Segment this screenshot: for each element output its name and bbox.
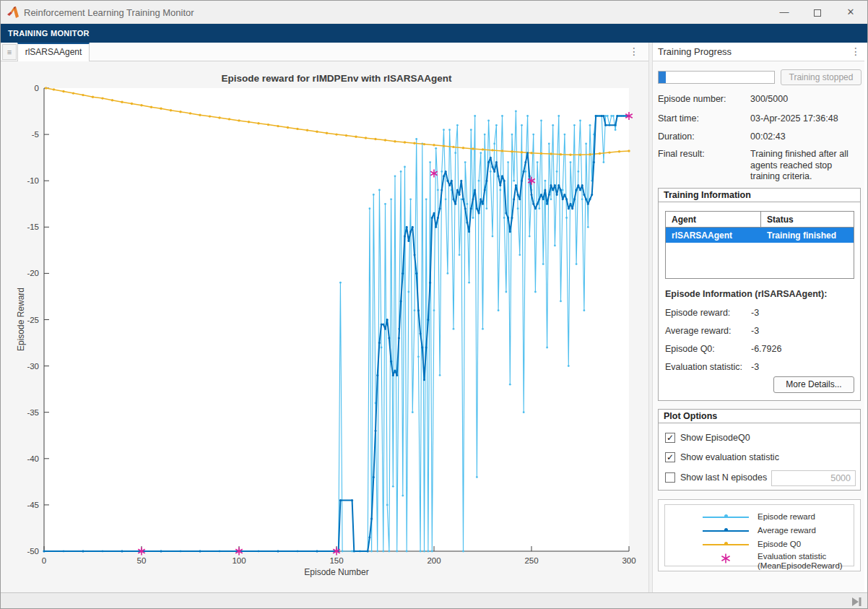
status-column-header: Status	[761, 212, 854, 227]
svg-text:-10: -10	[27, 176, 39, 185]
agent-status-table[interactable]: Agent Status rlSARSAAgent Training finis…	[665, 211, 854, 279]
training-information-title: Training Information	[659, 189, 860, 202]
average-reward-marker	[724, 528, 728, 532]
svg-text:-20: -20	[27, 269, 39, 277]
legend-label: Episode Q0	[758, 540, 801, 549]
training-chart[interactable]: 0-5-10-15-20-25-30-35-40-45-500501001502…	[1, 61, 648, 592]
window-title: Reinforcement Learning Training Monitor	[24, 7, 194, 18]
skip-to-end-icon[interactable]	[851, 597, 862, 607]
status-cell: Training finished	[761, 228, 854, 243]
training-progress-bar-fill	[659, 72, 666, 83]
episode-reward-label: Episode reward:	[665, 308, 730, 318]
final-result-value: Training finished after all agents reach…	[750, 149, 863, 183]
episode-reward-value: -3	[751, 308, 759, 318]
legend-entry-episode-reward: Episode reward	[665, 511, 855, 524]
training-stopped-button[interactable]: Training stopped	[781, 69, 862, 85]
training-information-section: Training Information Agent Status rlSARS…	[658, 188, 861, 401]
maximize-button[interactable]	[805, 1, 830, 23]
legend-inner: Episode reward Average reward Episode Q0	[664, 504, 854, 566]
document-tab-rlsarsaagent[interactable]: rlSARSAAgent	[17, 43, 90, 61]
evaluation-statistic-value: -3	[751, 362, 759, 372]
episode-number-value: 300/5000	[750, 94, 863, 105]
svg-text:250: 250	[524, 556, 538, 565]
svg-text:-25: -25	[27, 316, 39, 324]
svg-text:200: 200	[427, 556, 440, 565]
status-bar	[1, 592, 868, 609]
duration-label: Duration:	[658, 131, 695, 142]
last-n-episodes-input[interactable]	[771, 470, 856, 486]
training-progress-title: Training Progress	[658, 46, 732, 57]
legend-entry-episode-q0: Episode Q0	[665, 538, 855, 551]
show-episodeq0-checkbox[interactable]: ✓	[665, 433, 675, 443]
table-header-row: Agent Status	[666, 212, 854, 228]
more-details-button[interactable]: More Details...	[773, 376, 854, 393]
duration-value: 00:02:43	[750, 131, 863, 143]
agent-column-header: Agent	[666, 212, 761, 227]
training-progress-header: Training Progress ⋮	[653, 43, 864, 61]
training-progress-bar	[658, 71, 775, 84]
app-window: Reinforcement Learning Training Monitor …	[0, 0, 868, 609]
legend-entry-average-reward: Average reward	[665, 524, 855, 537]
episode-information-title: Episode Information (rlSARSAAgent):	[665, 289, 827, 299]
matlab-logo-icon	[7, 7, 19, 18]
plot-options-section: Plot Options ✓ Show EpisodeQ0 ✓ Show eva…	[658, 409, 861, 491]
legend-box: Episode reward Average reward Episode Q0	[658, 499, 861, 571]
svg-text:-30: -30	[27, 362, 39, 371]
toolstrip: TRAINING MONITOR	[1, 24, 868, 43]
training-progress-panel: Training Progress ⋮ Training stopped Epi…	[653, 43, 864, 592]
average-reward-value: -3	[751, 326, 759, 336]
minimize-button[interactable]: —	[772, 1, 797, 23]
average-reward-label: Average reward:	[665, 326, 732, 336]
svg-text:0: 0	[35, 84, 39, 92]
svg-text:-40: -40	[27, 454, 39, 463]
toolstrip-tab-training-monitor[interactable]: TRAINING MONITOR	[8, 29, 90, 38]
show-episodeq0-label: Show EpisodeQ0	[680, 433, 750, 443]
agent-cell: rlSARSAAgent	[666, 228, 761, 243]
final-result-label: Final result:	[658, 149, 705, 159]
title-bar: Reinforcement Learning Training Monitor …	[1, 1, 868, 24]
episode-q0-marker	[724, 542, 728, 545]
training-progress-menu-icon[interactable]: ⋮	[849, 46, 862, 57]
show-last-n-episodes-label: Show last N episodes	[680, 472, 767, 483]
episode-q0-label: Episode Q0:	[665, 344, 715, 354]
svg-text:100: 100	[232, 556, 246, 565]
start-time-value: 03-Apr-2025 17:36:48	[750, 113, 863, 125]
evaluation-statistic-asterisk-icon	[720, 553, 732, 564]
show-evaluation-statistic-label: Show evaluation statistic	[680, 452, 779, 462]
evaluation-statistic-label: Evaluation statistic:	[665, 362, 742, 372]
chart-panel: Episode reward for rlMDPEnv with rlSARSA…	[1, 61, 648, 592]
show-evaluation-statistic-checkbox[interactable]: ✓	[665, 452, 675, 462]
svg-text:150: 150	[329, 556, 343, 565]
start-time-label: Start time:	[658, 113, 699, 124]
show-last-n-episodes-checkbox[interactable]	[665, 472, 675, 483]
table-row[interactable]: rlSARSAAgent Training finished	[666, 228, 854, 243]
legend-label: Episode reward	[758, 512, 815, 522]
document-bar-menu-icon[interactable]: ⋮	[628, 46, 641, 57]
svg-text:-15: -15	[27, 223, 39, 231]
episode-q0-value: -6.7926	[751, 344, 781, 354]
svg-text:300: 300	[622, 556, 635, 565]
svg-text:-45: -45	[27, 501, 39, 509]
svg-text:-5: -5	[32, 130, 39, 139]
legend-label: Average reward	[758, 526, 816, 535]
svg-text:-35: -35	[27, 408, 39, 417]
legend-entry-evaluation-statistic: Evaluation statistic(MeanEpisodeReward)	[665, 550, 855, 572]
episode-reward-marker	[724, 514, 728, 518]
svg-text:50: 50	[137, 556, 147, 565]
svg-text:0: 0	[42, 556, 46, 565]
close-button[interactable]: ✕	[838, 1, 863, 23]
plot-options-title: Plot Options	[659, 410, 860, 423]
document-bar-grip-icon[interactable]: ≡	[2, 44, 17, 60]
episode-number-label: Episode number:	[658, 94, 726, 104]
document-tab-bar: ≡ rlSARSAAgent ⋮	[1, 43, 648, 61]
svg-text:-50: -50	[27, 547, 39, 556]
legend-label: Evaluation statistic(MeanEpisodeReward)	[758, 552, 843, 571]
